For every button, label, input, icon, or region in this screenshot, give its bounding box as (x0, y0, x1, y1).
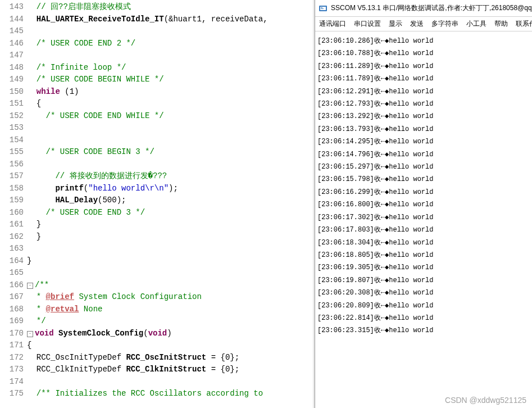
line-number: 145 (0, 25, 24, 38)
code-token (27, 196, 55, 205)
code-line[interactable]: } (27, 255, 315, 268)
serial-log-line: [23:06:10.286]收←◆hello world (317, 35, 530, 47)
serial-log-line: [23:06:20.308]收←◆hello world (317, 287, 530, 299)
code-token: /* Infinite loop */ (27, 63, 126, 72)
code-token: /* USER CODE END 2 */ (27, 39, 135, 48)
menu-item[interactable]: 串口设置 (352, 18, 383, 30)
code-line[interactable]: printf("hello world\r\n"); (27, 183, 315, 195)
serial-log-line: [23:06:13.793]收←◆hello world (317, 123, 530, 135)
code-token: /* USER CODE BEGIN WHILE */ (27, 75, 164, 84)
menu-item[interactable]: 通讯端口 (317, 18, 348, 30)
code-line[interactable]: { (27, 98, 315, 110)
code-line[interactable]: -/** (27, 279, 315, 292)
code-line[interactable]: } (27, 219, 315, 231)
code-token: ( (65, 87, 69, 96)
serial-log-line: [23:06:13.292]收←◆hello world (317, 110, 530, 123)
line-number: 174 (0, 376, 24, 388)
menu-item[interactable]: 显示 (387, 18, 404, 30)
code-line[interactable]: */ (27, 315, 315, 328)
code-line[interactable]: // 将接收到的数据进行发�??? (27, 170, 315, 183)
code-token: 1 (70, 87, 74, 96)
code-line[interactable]: /* USER CODE BEGIN WHILE */ (27, 74, 315, 86)
code-token: HAL_UARTEx_ReceiveToIdle_IT (37, 15, 164, 24)
code-line[interactable] (27, 243, 315, 255)
menu-item[interactable]: 帮助 (493, 18, 510, 30)
code-line[interactable] (27, 134, 315, 147)
code-token (27, 87, 37, 96)
menu-item[interactable]: 小工具 (465, 18, 488, 30)
code-token (54, 329, 58, 338)
line-number: 146 (0, 38, 24, 50)
fold-toggle-icon[interactable]: - (27, 283, 33, 289)
code-line[interactable] (27, 376, 315, 388)
code-line[interactable]: while (1) (27, 86, 315, 98)
code-line[interactable]: /* Infinite loop */ (27, 62, 315, 74)
menu-item[interactable]: 联系作 (514, 18, 532, 30)
fold-toggle-icon[interactable]: - (27, 331, 33, 337)
code-line[interactable]: /* USER CODE END 2 */ (27, 38, 315, 50)
line-number: 163 (0, 243, 24, 255)
line-number: 143 (0, 1, 24, 13)
code-token: // 将接收到的数据进行发�??? (27, 171, 167, 180)
code-line[interactable]: /** Initializes the RCC Oscillators acco… (27, 388, 315, 400)
menu-item[interactable]: 发送 (408, 18, 425, 30)
svg-rect-3 (321, 8, 324, 9)
code-area[interactable]: // 回??启非阻塞接收模式 HAL_UARTEx_ReceiveToIdle_… (27, 0, 315, 408)
code-line[interactable] (27, 49, 315, 62)
code-line[interactable]: -void SystemClock_Config(void) (27, 328, 315, 340)
code-token: , (202, 15, 211, 24)
code-token: = { (206, 365, 225, 374)
code-line[interactable]: * @brief System Clock Configuration (27, 291, 315, 303)
line-number: 153 (0, 122, 24, 134)
code-line[interactable]: // 回??启非阻塞接收模式 (27, 1, 315, 13)
code-line[interactable] (27, 25, 315, 38)
line-number: 161 (0, 219, 24, 231)
code-editor-pane: 1431441451461471481491501511521531541551… (0, 0, 315, 408)
line-number: 172 (0, 352, 24, 364)
code-line[interactable]: /* USER CODE END 3 */ (27, 207, 315, 219)
line-number: 155 (0, 146, 24, 158)
code-token (27, 15, 37, 24)
serial-menubar: 通讯端口串口设置显示发送多字符串小工具帮助联系作 (315, 17, 532, 31)
serial-output-area[interactable]: [23:06:10.286]收←◆hello world[23:06:10.78… (315, 31, 532, 341)
code-token: printf (55, 184, 83, 193)
serial-log-line: [23:06:10.788]收←◆hello world (317, 47, 530, 60)
serial-log-line: [23:06:16.299]收←◆hello world (317, 186, 530, 198)
code-line[interactable]: /* USER CODE BEGIN 3 */ (27, 146, 315, 158)
code-token: /** (35, 280, 49, 289)
menu-item[interactable]: 多字符串 (430, 18, 460, 30)
serial-log-line: [23:06:18.805]收←◆hello world (317, 249, 530, 261)
serial-title-text: SSCOM V5.13.1 串口/网络数据调试器,作者:大虾丁丁,2618058… (331, 3, 532, 13)
code-token: */ (27, 316, 46, 325)
code-line[interactable]: HAL_UARTEx_ReceiveToIdle_IT(&huart1, rec… (27, 13, 315, 26)
code-token: = { (206, 353, 225, 362)
serial-log-line: [23:06:17.302]收←◆hello world (317, 211, 530, 224)
code-line[interactable]: * @retval None (27, 303, 315, 316)
code-line[interactable]: RCC_OscInitTypeDef RCC_OscInitStruct = {… (27, 352, 315, 364)
code-token: "hello world\r\n" (88, 184, 169, 193)
line-number: 149 (0, 74, 24, 86)
code-token: SystemClock_Config (58, 329, 143, 338)
serial-log-line: [23:06:23.315]收←◆hello world (317, 324, 530, 337)
code-line[interactable]: RCC_ClkInitTypeDef RCC_ClkInitStruct = {… (27, 364, 315, 376)
code-token: RCC_ClkInitStruct (126, 365, 206, 374)
line-number: 157 (0, 170, 24, 183)
serial-log-line: [23:06:19.807]收←◆hello world (317, 274, 530, 287)
code-token: 500 (102, 196, 116, 205)
serial-titlebar[interactable]: SSCOM V5.13.1 串口/网络数据调试器,作者:大虾丁丁,2618058… (315, 0, 532, 17)
code-token: ( (84, 184, 88, 193)
code-token: } (27, 256, 31, 265)
code-token: RCC_OscInitStruct (126, 353, 206, 362)
code-line[interactable] (27, 158, 315, 171)
serial-log-line: [23:06:14.295]收←◆hello world (317, 135, 530, 148)
code-line[interactable] (27, 267, 315, 279)
code-token: (& (164, 15, 174, 24)
code-line[interactable]: /* USER CODE END WHILE */ (27, 110, 315, 123)
code-token: while (37, 87, 60, 96)
code-line[interactable]: { (27, 339, 315, 352)
code-line[interactable] (27, 122, 315, 134)
code-line[interactable]: HAL_Delay(500); (27, 194, 315, 207)
line-number: 164 (0, 255, 24, 268)
line-number-gutter: 1431441451461471481491501511521531541551… (0, 0, 27, 408)
code-line[interactable]: } (27, 231, 315, 243)
